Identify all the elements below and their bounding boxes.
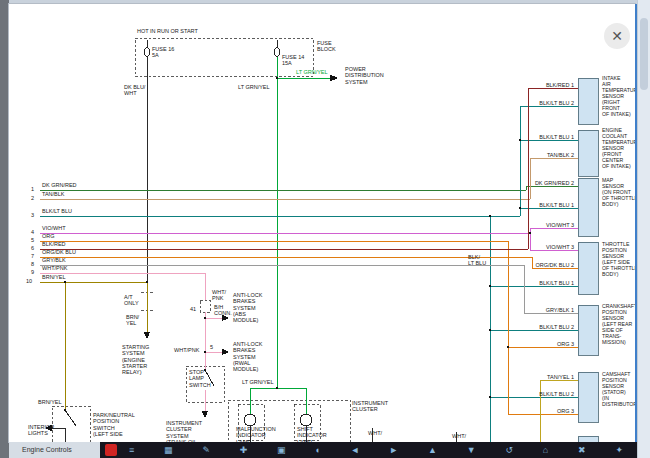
iat-pin2-label: BLK/LT BLU 2 <box>526 100 574 106</box>
power-distribution-label: POWER DISTRIBUTION SYSTEM <box>345 66 384 85</box>
ckp-pin2-label: BLK/LT BLU 2 <box>526 324 574 330</box>
starting-system-label: STARTING SYSTEM (ENGINE STARTER RELAY) <box>122 344 149 376</box>
wire2-num: 2 <box>31 195 34 201</box>
contrast-icon[interactable]: ◐ <box>315 442 320 458</box>
wire7-num: 7 <box>31 253 34 259</box>
stop-lamp-switch-label: STOP LAMP SWITCH <box>189 369 211 388</box>
wht-partial-1-label: WHT/ <box>368 430 382 436</box>
pnp-switch-label: PARK/NEUTRAL POSITION SWITCH (LEFT SIDE <box>93 412 135 437</box>
next-icon[interactable]: ► <box>389 442 398 458</box>
iat-pin1-label: BLK/RED 1 <box>526 82 574 88</box>
select-icon[interactable]: ▣ <box>277 442 286 458</box>
ect-sensor-label: ENGINE COOLANT TEMPERATURE SENSOR (FRONT… <box>602 128 635 170</box>
blk-lt-blu-mid-label: BLK/ LT BLU <box>468 254 486 267</box>
wire1-label: DK GRN/RED <box>42 182 77 188</box>
wire5-num: 5 <box>31 237 34 243</box>
left-edge-strip <box>0 0 9 458</box>
ckp-pin3-label: ORG 3 <box>526 341 574 347</box>
rwal-module-label: ANTI-LOCK BRAKES SYSTEM (RWAL MODULE) <box>233 341 262 373</box>
malfunction-lamp-label: MALFUNCTION INDICATOR LAMP <box>236 426 276 442</box>
map-pin1-label: BLK/LT BLU 1 <box>526 202 574 208</box>
statusbar: Engine Controls <box>9 442 100 458</box>
brn-yel-bottom-label: BRN/YEL <box>38 399 62 405</box>
wire7-label: ORG/DK BLU <box>42 249 76 255</box>
trans-oil-temp-label: INSTRUMENT CLUSTER SYSTEM (TRANS OIL TEM… <box>166 420 204 442</box>
wire9-label: WHT/PNK <box>42 265 67 271</box>
wire4-label: VIO/WHT <box>42 225 66 231</box>
pin-41-label: 41 <box>190 306 196 312</box>
home-icon[interactable]: ⌂ <box>543 442 548 458</box>
map-pin3-label: VIO/WHT 3 <box>526 222 574 228</box>
wire3-num: 3 <box>31 212 34 218</box>
fuse14-label: FUSE 14 15A <box>282 54 304 67</box>
tps-pin2-label: ORG/DK BLU 2 <box>526 262 574 268</box>
status-title: Engine Controls <box>22 446 72 453</box>
diagram-labels: HOT IN RUN OR STARTFUSE 16 5AFUSE 14 15A… <box>9 4 635 442</box>
cmp-pin3-label: ORG 3 <box>526 408 574 414</box>
prev-icon[interactable]: ◄ <box>351 442 360 458</box>
dk-blu-wht-label: DK BLU/ WHT <box>124 84 145 97</box>
pin-5-label: 5 <box>210 344 213 350</box>
wire2-label: TAN/BLK <box>42 191 65 197</box>
scrollbar-thumb[interactable] <box>640 18 648 90</box>
scrollbar-track[interactable] <box>637 0 650 458</box>
lt-grn-yel-left-label: LT GRN/YEL <box>238 84 270 90</box>
app-window: HOT IN RUN OR STARTFUSE 16 5AFUSE 14 15A… <box>0 0 650 458</box>
wire5-label: ORG <box>42 233 55 239</box>
tps-pin1-label: BLK/LT BLU 1 <box>526 280 574 286</box>
diagram-canvas: HOT IN RUN OR STARTFUSE 16 5AFUSE 14 15A… <box>9 4 635 442</box>
wht-partial-2-label: WHT/ <box>452 433 466 439</box>
wire4-num: 4 <box>31 229 34 235</box>
app-icon-red[interactable] <box>105 444 117 456</box>
map-sensor-label: MAP SENSOR (ON FRONT OF THROTTLE BODY) <box>602 178 635 208</box>
tps-pin3-label: VIO/WHT 3 <box>526 244 574 250</box>
wht-pnk-lower-label: WHT/PNK <box>174 347 199 353</box>
add-note-icon[interactable]: ✚ <box>240 442 248 458</box>
wire9-num: 9 <box>31 269 34 275</box>
close-icon: ✕ <box>611 28 623 44</box>
down-icon[interactable]: ▼ <box>467 442 476 458</box>
ect-pin1-label: BLK/LT BLU 1 <box>526 134 574 140</box>
refresh-icon[interactable]: ↺ <box>505 442 513 458</box>
menu-icon[interactable]: ≡ <box>129 442 134 458</box>
annotate-icon[interactable]: ✎ <box>202 442 210 458</box>
ect-pin2-label: TAN/BLK 2 <box>526 152 574 158</box>
ckp-pin1-label: GRY/BLK 1 <box>526 307 574 313</box>
fuse-block-label: FUSE BLOCK <box>317 40 336 53</box>
lt-grn-yel-top-label: LT GRN/YEL <box>296 69 328 75</box>
map-pin2-label: DK GRN/RED 2 <box>526 180 574 186</box>
brn-yel-mid-label: BRN/ YEL <box>126 314 139 327</box>
bh-conn-label: B/H CONN. <box>214 304 232 317</box>
wire8-label: GRY/BLK <box>42 257 66 263</box>
instrument-cluster-title-label: INSTRUMENT CLUSTER <box>352 400 388 413</box>
wire8-num: 8 <box>31 261 34 267</box>
lt-grn-yel-bottom-label: LT GRN/YEL <box>242 379 274 385</box>
wire6-label: BLK/RED <box>42 241 66 247</box>
cmp-sensor-label: CAMSHAFT POSITION SENSOR (STATOR) (IN DI… <box>602 372 635 408</box>
at-only-label: A/T ONLY <box>124 294 139 307</box>
hot-in-run-label: HOT IN RUN OR START <box>137 28 198 34</box>
toolbar-icons: ≡▦✎✚▣◐◄►▲▼↺⌂✖✦ <box>125 442 637 458</box>
cmp-pin1-label: TAN/YEL 1 <box>526 374 574 380</box>
tps-sensor-label: THROTTLE POSITION SENSOR (LEFT SIDE OF T… <box>602 242 635 278</box>
bottom-toolbar: ≡▦✎✚▣◐◄►▲▼↺⌂✖✦ <box>100 442 637 458</box>
shift-lamp-label: SHIFT INDICATOR LAMP <box>297 426 327 442</box>
clear-icon[interactable]: ✖ <box>578 442 586 458</box>
iat-sensor-label: INTAKE AIR TEMPERATURE SENSOR (RIGHT FRO… <box>602 76 635 118</box>
close-button[interactable]: ✕ <box>604 23 630 49</box>
wire3-label: BLK/LT BLU <box>42 208 72 214</box>
highlight-icon[interactable]: ✦ <box>615 442 623 458</box>
grid-icon[interactable]: ▦ <box>164 442 173 458</box>
interior-lights-label: INTERIOR LIGHTS <box>28 424 54 437</box>
up-icon[interactable]: ▲ <box>428 442 437 458</box>
wire6-num: 6 <box>31 245 34 251</box>
fuse16-label: FUSE 16 5A <box>152 46 174 59</box>
wht-pnk-upper-label: WHT/ PNK <box>212 289 226 302</box>
wire1-num: 1 <box>31 186 34 192</box>
cmp-pin2-label: BLK/LT BLU 2 <box>526 391 574 397</box>
wire10-label: BRN/YEL <box>42 274 66 280</box>
wire10-num: 10 <box>26 278 32 284</box>
ckp-sensor-label: CRANKSHAFT POSITION SENSOR (LEFT REAR SI… <box>602 304 635 346</box>
abs-module-label: ANTI-LOCK BRAKES SYSTEM (ABS MODULE) <box>233 292 262 324</box>
